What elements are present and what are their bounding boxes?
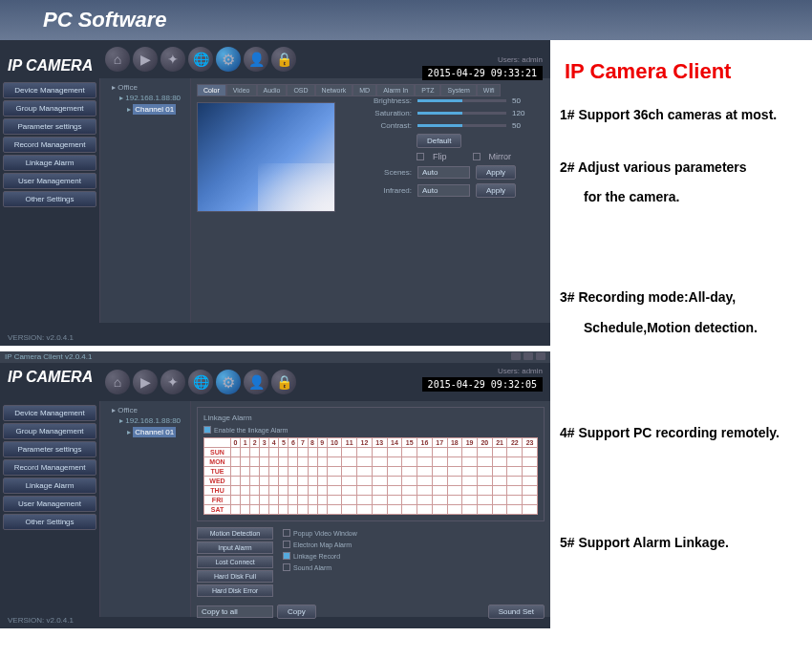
lost-connect-button[interactable]: Lost Connect bbox=[197, 556, 273, 568]
device-tree: ▸ Office ▸ 192.168.1.88:80 ▸ Channel 01 bbox=[100, 78, 191, 323]
tab-video[interactable]: Video bbox=[226, 84, 257, 96]
device-tree: ▸ Office ▸ 192.168.1.88:80 ▸ Channel 01 bbox=[100, 401, 191, 617]
tree-channel[interactable]: ▸ Channel 01 bbox=[104, 426, 186, 438]
contrast-slider[interactable] bbox=[417, 124, 506, 127]
feature-2: 2# Adjust various parameters bbox=[560, 156, 807, 180]
app-brand: IP CAMERA bbox=[8, 369, 93, 386]
sidebar-other[interactable]: Other Settings bbox=[3, 514, 96, 530]
gear-icon[interactable]: ⚙ bbox=[216, 370, 241, 394]
sidebar-linkage[interactable]: Linkage Alarm bbox=[3, 155, 96, 171]
hard-disk-error-button[interactable]: Hard Disk Error bbox=[197, 584, 273, 597]
ptz-icon[interactable]: ✦ bbox=[160, 370, 185, 394]
home-icon[interactable]: ⌂ bbox=[105, 370, 130, 394]
tab-color[interactable]: Color bbox=[197, 84, 226, 96]
default-button[interactable]: Default bbox=[417, 134, 461, 148]
globe-icon[interactable]: 🌐 bbox=[188, 370, 213, 394]
lock-icon[interactable]: 🔒 bbox=[271, 47, 296, 72]
user-info: Users: admin 2015-04-29 09:32:05 bbox=[422, 367, 543, 392]
linkage-panel: Linkage Alarm Enable the linkage Alarm 0… bbox=[191, 401, 550, 617]
tab-osd[interactable]: OSD bbox=[287, 84, 314, 96]
electron-map-checkbox[interactable]: Electron Map Alarm bbox=[283, 541, 357, 548]
motion-detection-button[interactable]: Motion Detection bbox=[197, 527, 273, 540]
close-icon[interactable] bbox=[536, 352, 545, 360]
camera-preview bbox=[197, 102, 335, 212]
timestamp: 2015-04-29 09:32:05 bbox=[422, 377, 543, 392]
tree-channel[interactable]: ▸ Channel 01 bbox=[104, 103, 186, 116]
app-brand: IP CAMERA bbox=[8, 57, 93, 74]
page-header: PC Software bbox=[0, 0, 812, 40]
product-title: IP Camera Client bbox=[555, 50, 807, 103]
sidebar-group[interactable]: Group Management bbox=[3, 100, 96, 117]
sidebar: Device Management Group Management Param… bbox=[0, 401, 100, 617]
sound-set-button[interactable]: Sound Set bbox=[488, 605, 545, 619]
enable-linkage-checkbox[interactable]: Enable the linkage Alarm bbox=[203, 426, 538, 434]
contrast-label: Contrast: bbox=[369, 121, 412, 130]
linkage-title: Linkage Alarm bbox=[203, 414, 538, 422]
tree-ip[interactable]: ▸ 192.168.1.88:80 bbox=[104, 93, 186, 103]
input-alarm-button[interactable]: Input Alarm bbox=[197, 541, 273, 554]
play-icon[interactable]: ▶ bbox=[133, 47, 158, 72]
saturation-label: Saturation: bbox=[369, 109, 412, 117]
popup-video-checkbox[interactable]: Popup Video Window bbox=[283, 529, 357, 537]
tree-root[interactable]: ▸ Office bbox=[104, 405, 186, 415]
tab-network[interactable]: Network bbox=[315, 84, 353, 96]
play-icon[interactable]: ▶ bbox=[133, 370, 158, 394]
feature-4: 4# Support PC recording remotely. bbox=[560, 421, 807, 445]
flip-checkbox[interactable] bbox=[417, 153, 424, 160]
sidebar-record[interactable]: Record Management bbox=[3, 459, 96, 476]
home-icon[interactable]: ⌂ bbox=[105, 47, 130, 72]
color-panel: Color Video Audio OSD Network MD Alarm I… bbox=[191, 78, 550, 323]
sidebar-device[interactable]: Device Management bbox=[3, 82, 96, 98]
tree-root[interactable]: ▸ Office bbox=[104, 82, 186, 93]
timestamp: 2015-04-29 09:33:21 bbox=[422, 66, 543, 80]
schedule-grid[interactable]: 01234567891011121314151617181920212223SU… bbox=[203, 437, 538, 515]
version-label: VERSION: v2.0.4.1 bbox=[4, 614, 77, 626]
copy-button[interactable]: Copy bbox=[277, 605, 316, 619]
titlebar: IP Camera Client v2.0.4.1 bbox=[0, 351, 550, 363]
sidebar-group[interactable]: Group Management bbox=[3, 423, 96, 439]
saturation-slider[interactable] bbox=[417, 112, 506, 115]
sound-alarm-checkbox[interactable]: Sound Alarm bbox=[283, 563, 357, 571]
sidebar-param[interactable]: Parameter settings bbox=[3, 118, 96, 135]
app-window-color: IP CAMERA ⌂ ▶ ✦ 🌐 ⚙ 👤 🔒 Users: admin 201… bbox=[0, 40, 550, 346]
sidebar-device[interactable]: Device Management bbox=[3, 405, 96, 421]
globe-icon[interactable]: 🌐 bbox=[188, 47, 213, 72]
maximize-icon[interactable] bbox=[524, 352, 533, 360]
user-icon[interactable]: 👤 bbox=[244, 370, 268, 394]
linkage-record-checkbox[interactable]: Linkage Record bbox=[283, 552, 357, 560]
sidebar-record[interactable]: Record Management bbox=[3, 137, 96, 153]
app-window-linkage: IP Camera Client v2.0.4.1 IP CAMERA ⌂ ▶ … bbox=[0, 351, 550, 628]
sidebar-param[interactable]: Parameter settings bbox=[3, 441, 96, 457]
copy-to-select[interactable]: Copy to all bbox=[197, 605, 273, 618]
sidebar: Device Management Group Management Param… bbox=[0, 78, 100, 323]
lock-icon[interactable]: 🔒 bbox=[271, 370, 296, 394]
feature-3: 3# Recording mode:All-day, bbox=[560, 286, 807, 309]
sidebar-user[interactable]: User Management bbox=[3, 173, 96, 189]
tree-ip[interactable]: ▸ 192.168.1.88:80 bbox=[104, 415, 186, 426]
tab-audio[interactable]: Audio bbox=[257, 84, 288, 96]
hard-disk-full-button[interactable]: Hard Disk Full bbox=[197, 570, 273, 583]
minimize-icon[interactable] bbox=[511, 352, 521, 360]
marketing-column: IP Camera Client 1# Support 36ch cameras… bbox=[550, 40, 812, 628]
user-icon[interactable]: 👤 bbox=[244, 47, 268, 72]
sidebar-user[interactable]: User Management bbox=[3, 496, 96, 512]
infrared-apply[interactable]: Apply bbox=[476, 183, 516, 198]
brightness-slider[interactable] bbox=[417, 99, 506, 102]
gear-icon[interactable]: ⚙ bbox=[216, 47, 241, 72]
version-label: VERSION: v2.0.4.1 bbox=[4, 331, 77, 344]
feature-2b: for the camera. bbox=[584, 189, 807, 204]
scenes-apply[interactable]: Apply bbox=[476, 165, 516, 180]
brightness-label: Brightness: bbox=[369, 96, 412, 105]
user-info: Users: admin 2015-04-29 09:33:21 bbox=[422, 55, 543, 80]
feature-5: 5# Support Alarm Linkage. bbox=[560, 531, 807, 555]
feature-1: 1# Support 36ch cameras at most. bbox=[560, 103, 807, 127]
sidebar-linkage[interactable]: Linkage Alarm bbox=[3, 478, 96, 494]
infrared-select[interactable]: Auto bbox=[417, 184, 470, 197]
scenes-select[interactable]: Auto bbox=[417, 166, 470, 179]
sidebar-other[interactable]: Other Settings bbox=[3, 191, 96, 207]
mirror-checkbox[interactable] bbox=[473, 153, 481, 160]
feature-3b: Schedule,Motion detection. bbox=[584, 320, 807, 335]
ptz-icon[interactable]: ✦ bbox=[160, 47, 185, 72]
